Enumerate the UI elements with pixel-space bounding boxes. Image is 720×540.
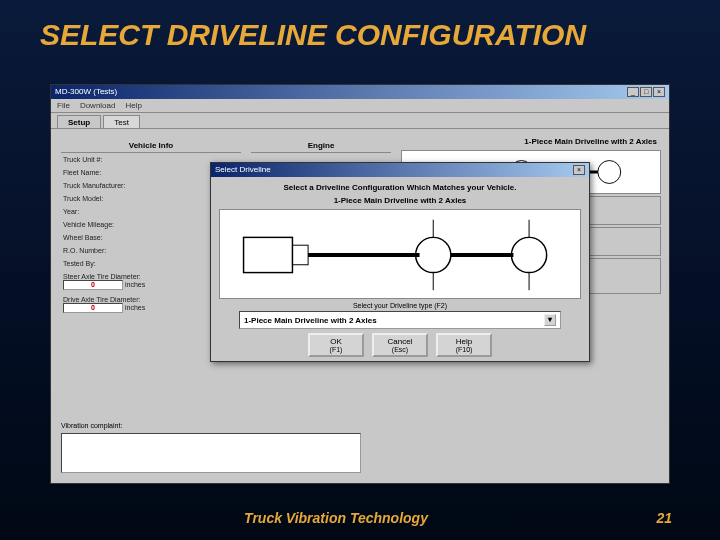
tab-test[interactable]: Test: [103, 115, 140, 128]
chevron-down-icon[interactable]: ▾: [544, 314, 556, 326]
minimize-button[interactable]: _: [627, 87, 639, 97]
footer-center: Truck Vibration Technology: [40, 510, 632, 526]
help-button[interactable]: Help (F10): [436, 333, 492, 357]
help-label: Help: [456, 337, 472, 346]
vibration-complaint-label: Vibration complaint:: [61, 422, 122, 429]
tab-setup[interactable]: Setup: [57, 115, 101, 128]
drive-axle-label: Drive Axle Tire Diameter:: [63, 296, 140, 303]
menu-help[interactable]: Help: [125, 101, 141, 110]
steer-axle-value[interactable]: 0: [63, 280, 123, 290]
ok-button[interactable]: OK (F1): [308, 333, 364, 357]
app-title: MD-300W (Tests): [55, 87, 117, 97]
steer-axle-unit: inches: [125, 281, 145, 288]
svg-point-8: [416, 237, 451, 272]
tab-bar: Setup Test: [51, 113, 669, 129]
slide-footer: Truck Vibration Technology 21: [0, 510, 720, 526]
select-driveline-label: Select your Driveline type (F2): [219, 301, 581, 310]
svg-point-12: [511, 237, 546, 272]
close-button[interactable]: ×: [653, 87, 665, 97]
ok-label: OK: [330, 337, 342, 346]
drive-axle-value[interactable]: 0: [63, 303, 123, 313]
driveline-type-dropdown[interactable]: 1-Piece Main Driveline with 2 Axles ▾: [239, 311, 561, 329]
dialog-diagram: [219, 209, 581, 299]
dialog-body: Select a Driveline Configuration Which M…: [211, 177, 589, 361]
steer-axle-label: Steer Axle Tire Diameter:: [63, 273, 141, 280]
dropdown-value: 1-Piece Main Driveline with 2 Axles: [244, 316, 377, 325]
menu-download[interactable]: Download: [80, 101, 116, 110]
slide-title: SELECT DRIVELINE CONFIGURATION: [0, 0, 720, 62]
dialog-close-button[interactable]: ×: [573, 165, 585, 175]
svg-rect-6: [292, 245, 308, 265]
cancel-sub: (Esc): [374, 346, 426, 353]
dialog-titlebar: Select Driveline ×: [211, 163, 589, 177]
cancel-button[interactable]: Cancel (Esc): [372, 333, 428, 357]
app-menubar: File Download Help: [51, 99, 669, 113]
driveline-diagram-icon: [220, 210, 580, 298]
ok-sub: (F1): [310, 346, 362, 353]
app-titlebar: MD-300W (Tests) _ □ ×: [51, 85, 669, 99]
dialog-instruction: Select a Driveline Configuration Which M…: [219, 181, 581, 194]
vehicle-info-header: Vehicle Info: [61, 139, 241, 153]
engine-panel: Engine: [251, 139, 391, 153]
vibration-complaint-textarea[interactable]: [61, 433, 361, 473]
drive-axle-unit: inches: [125, 304, 145, 311]
menu-file[interactable]: File: [57, 101, 70, 110]
driveline-config-label: 1-Piece Main Driveline with 2 Axles: [401, 135, 661, 148]
dialog-title: Select Driveline: [215, 165, 271, 175]
svg-point-4: [598, 161, 621, 184]
svg-rect-5: [244, 237, 293, 272]
engine-header: Engine: [251, 139, 391, 153]
maximize-button[interactable]: □: [640, 87, 652, 97]
select-driveline-dialog: Select Driveline × Select a Driveline Co…: [210, 162, 590, 362]
dialog-button-row: OK (F1) Cancel (Esc) Help (F10): [219, 333, 581, 357]
help-sub: (F10): [438, 346, 490, 353]
page-number: 21: [632, 510, 672, 526]
dialog-config-heading: 1-Piece Main Driveline with 2 Axles: [219, 194, 581, 207]
cancel-label: Cancel: [388, 337, 413, 346]
